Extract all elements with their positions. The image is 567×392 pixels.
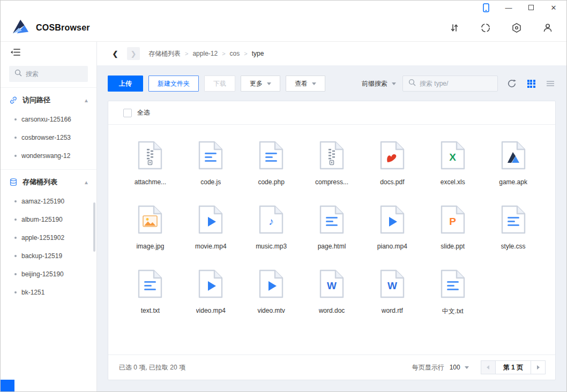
breadcrumb-item[interactable]: apple-12: [192, 50, 218, 57]
back-button[interactable]: ❮: [109, 47, 122, 60]
file-item[interactable]: code.php: [241, 141, 302, 186]
per-page-dropdown[interactable]: 100: [450, 364, 469, 371]
file-name: word.doc: [319, 307, 345, 314]
file-item[interactable]: Xexcel.xls: [422, 141, 483, 186]
sidebar-item[interactable]: carsonxu-125166: [1, 110, 96, 129]
file-panel: 全选 attachme...code.jscode.phpcompress...…: [108, 101, 556, 380]
zip-file-icon: [138, 141, 162, 170]
sidebar-item[interactable]: backup-12519: [1, 247, 96, 265]
sidebar-collapse-button[interactable]: [1, 42, 96, 62]
lines-file-icon: [259, 141, 284, 170]
file-name: code.js: [200, 178, 221, 186]
more-dropdown[interactable]: 更多: [241, 76, 280, 92]
select-all-label: 全选: [137, 108, 150, 117]
file-item[interactable]: video.mp4: [181, 269, 241, 316]
prefix-search-dropdown[interactable]: 前缀搜索: [362, 79, 396, 88]
file-item[interactable]: page.html: [302, 205, 362, 250]
bottom-left-button[interactable]: [1, 380, 14, 391]
transfer-list-icon[interactable]: [449, 22, 460, 34]
prev-page-button[interactable]: [481, 360, 496, 374]
chevron-up-icon[interactable]: ▲: [84, 179, 89, 185]
sidebar-item[interactable]: album-125190: [1, 210, 96, 229]
sidebar-item[interactable]: cosbrowser-1253: [1, 129, 96, 147]
mobile-app-icon[interactable]: [482, 3, 490, 12]
file-item[interactable]: movie.mp4: [181, 205, 241, 250]
close-button[interactable]: ✕: [549, 3, 558, 12]
prefix-search-label: 前缀搜索: [362, 79, 387, 88]
file-item[interactable]: ♪music.mp3: [241, 205, 302, 250]
refresh-icon[interactable]: [506, 78, 517, 89]
forward-button[interactable]: ❯: [127, 47, 140, 60]
breadcrumb: 存储桶列表>apple-12>cos>type: [148, 49, 264, 58]
user-icon[interactable]: [542, 22, 554, 34]
select-all-checkbox[interactable]: [123, 109, 132, 117]
file-item[interactable]: attachme...: [120, 141, 181, 186]
file-name: video.mp4: [196, 307, 226, 314]
apk-file-icon: [501, 141, 526, 170]
cosbrowser-logo-icon: [11, 18, 31, 37]
sidebar-section-header[interactable]: 访问路径▲: [1, 90, 96, 110]
sidebar-item[interactable]: aamaz-125190: [1, 192, 96, 210]
chevron-down-icon: [465, 366, 469, 369]
file-name: music.mp3: [256, 243, 287, 250]
file-search[interactable]: [402, 76, 498, 92]
breadcrumb-item[interactable]: cos: [230, 50, 240, 57]
breadcrumb-separator: >: [185, 50, 188, 57]
lines-file-icon: [319, 205, 344, 234]
file-item[interactable]: video.mtv: [241, 269, 302, 316]
minimize-button[interactable]: —: [504, 3, 513, 12]
file-name: movie.mp4: [195, 243, 227, 250]
file-name: image.jpg: [136, 243, 164, 250]
file-name: word.rtf: [382, 307, 403, 314]
file-item[interactable]: piano.mp4: [362, 205, 422, 250]
new-folder-button[interactable]: 新建文件夹: [148, 76, 199, 92]
file-item[interactable]: 中文.txt: [422, 269, 483, 316]
sidebar-search-input[interactable]: [26, 70, 83, 78]
file-search-input[interactable]: [420, 80, 492, 87]
download-button[interactable]: 下载: [204, 76, 235, 92]
grid-view-icon[interactable]: [526, 78, 536, 89]
chevron-up-icon[interactable]: ▲: [84, 97, 89, 103]
settings-icon[interactable]: [511, 22, 523, 34]
chevron-down-icon: [392, 82, 396, 85]
page-indicator: 第 1 页: [495, 360, 531, 374]
sidebar-item[interactable]: apple-1251902: [1, 229, 96, 247]
sidebar-scrollbar[interactable]: [93, 202, 95, 252]
sidebar-item-label: wonderswang-12: [21, 152, 70, 160]
file-item[interactable]: code.js: [181, 141, 241, 186]
file-item[interactable]: Wword.doc: [302, 269, 362, 316]
file-item[interactable]: image.jpg: [120, 205, 181, 250]
sidebar-search[interactable]: [9, 66, 88, 82]
next-page-button[interactable]: [531, 360, 546, 374]
file-item[interactable]: game.apk: [483, 141, 543, 186]
file-item[interactable]: docs.pdf: [362, 141, 422, 186]
bucket-icon: [9, 178, 18, 186]
file-item[interactable]: Wword.rtf: [362, 269, 422, 316]
maximize-icon: [528, 5, 534, 10]
upload-button[interactable]: 上传: [108, 76, 143, 92]
view-dropdown[interactable]: 查看: [286, 76, 325, 92]
breadcrumb-item[interactable]: type: [252, 50, 264, 57]
maximize-button[interactable]: [527, 3, 535, 12]
sidebar-item-label: cosbrowser-1253: [21, 134, 71, 141]
app-window: — ✕ COSBrowser: [0, 0, 567, 392]
file-item[interactable]: style.css: [483, 205, 543, 250]
sync-icon[interactable]: [480, 22, 491, 34]
file-name: docs.pdf: [380, 178, 404, 186]
breadcrumb-item[interactable]: 存储桶列表: [148, 49, 181, 58]
sidebar-section: 访问路径▲carsonxu-125166cosbrowser-1253wonde…: [1, 87, 96, 165]
sidebar-item[interactable]: bk-1251: [1, 283, 96, 301]
list-view-icon[interactable]: [545, 78, 556, 89]
toolbar: 上传 新建文件夹 下载 更多 查看 前缀搜索: [108, 75, 556, 92]
sidebar-item[interactable]: wonderswang-12: [1, 147, 96, 165]
sidebar-section-label: 访问路径: [23, 95, 84, 105]
app-title: COSBrowser: [36, 23, 90, 33]
chevron-down-icon: [312, 82, 316, 85]
sidebar-section-header[interactable]: 存储桶列表▲: [1, 172, 96, 192]
file-item[interactable]: Pslide.ppt: [422, 205, 483, 250]
video-file-icon: [380, 205, 405, 234]
file-item[interactable]: text.txt: [120, 269, 181, 316]
file-item[interactable]: compress...: [302, 141, 362, 186]
sidebar-item[interactable]: beijing-125190: [1, 265, 96, 283]
file-name: excel.xls: [441, 178, 465, 186]
